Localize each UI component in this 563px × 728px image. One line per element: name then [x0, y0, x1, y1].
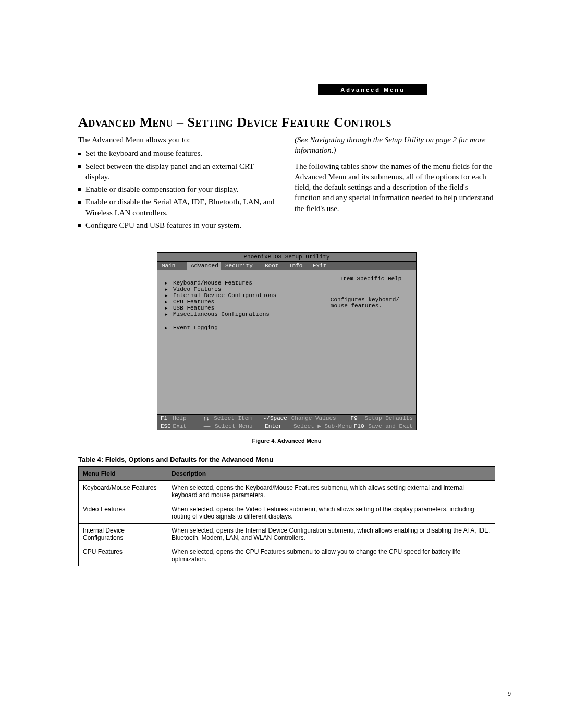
explanatory-paragraph: The following tables show the names of t… — [295, 161, 495, 214]
menu-item-usb-features[interactable]: USB Features — [165, 305, 317, 311]
left-column: The Advanced Menu allows you to: Set the… — [78, 134, 279, 232]
bios-footer: F1 Help ↑↓ Select Item -/Space Change Va… — [157, 414, 416, 430]
page: Advanced Menu Advanced Menu – Setting De… — [0, 0, 563, 728]
bullet-item: Configure CPU and USB features in your s… — [78, 220, 279, 230]
key-enter: Enter — [265, 423, 293, 429]
cell-menu-field: Video Features — [79, 502, 167, 524]
key-updown: ↑↓ — [203, 415, 214, 422]
section-header-band: Advanced Menu — [318, 84, 427, 95]
bullet-item: Select between the display panel and an … — [78, 161, 279, 182]
bios-help-title: Item Specific Help — [331, 276, 411, 282]
tab-advanced[interactable]: Advanced — [187, 262, 221, 270]
menu-item-misc-config[interactable]: Miscellaneous Configurations — [165, 311, 317, 317]
tab-boot[interactable]: Boot — [261, 262, 285, 270]
tab-exit[interactable]: Exit — [309, 262, 333, 270]
table-row: Internal Device Configurations When sele… — [79, 524, 495, 545]
page-number: 9 — [508, 690, 511, 698]
tab-security[interactable]: Security — [221, 262, 261, 270]
feature-bullets: Set the keyboard and mouse features. Sel… — [78, 148, 279, 230]
menu-item-cpu-features[interactable]: CPU Features — [165, 299, 317, 305]
bios-footer-row: F1 Help ↑↓ Select Item -/Space Change Va… — [157, 415, 416, 422]
tab-info[interactable]: Info — [285, 262, 309, 270]
key-leftright: ←→ — [203, 423, 215, 429]
label-help: Help — [173, 415, 203, 422]
advanced-menu-table: Menu Field Description Keyboard/Mouse Fe… — [78, 466, 495, 566]
cell-description: When selected, opens the Video Features … — [167, 502, 495, 524]
label-setup-defaults: Setup Defaults — [365, 415, 413, 422]
cell-menu-field: CPU Features — [79, 545, 167, 566]
menu-item-internal-device[interactable]: Internal Device Configurations — [165, 292, 317, 299]
key-esc: ESC — [161, 423, 173, 429]
label-select-submenu: Select ▶ Sub-Menu — [293, 423, 354, 429]
bios-menu: Keyboard/Mouse Features Video Features I… — [157, 270, 323, 414]
menu-item-video-features[interactable]: Video Features — [165, 286, 317, 292]
two-column-body: The Advanced Menu allows you to: Set the… — [78, 134, 495, 232]
bullet-item: Enable or disable compensation for your … — [78, 184, 279, 194]
bios-tab-bar: Main Advanced Security Boot Info Exit — [157, 262, 416, 270]
label-save-exit: Save and Exit — [368, 423, 413, 429]
menu-gap — [165, 317, 317, 325]
nav-note: (See Navigating through the Setup Utilit… — [295, 134, 495, 156]
bios-help-pane: Item Specific Help Configures keyboard/ … — [323, 270, 416, 414]
col-header-description: Description — [167, 467, 495, 481]
key-f9: F9 — [351, 415, 365, 422]
bios-body: Keyboard/Mouse Features Video Features I… — [157, 270, 416, 414]
cell-description: When selected, opens the CPU Features su… — [167, 545, 495, 566]
right-column: (See Navigating through the Setup Utilit… — [295, 134, 495, 232]
label-change-values: Change Values — [291, 415, 351, 422]
cell-menu-field: Keyboard/Mouse Features — [79, 481, 167, 502]
table-caption: Table 4: Fields, Options and Defaults fo… — [78, 455, 495, 463]
label-exit: Exit — [173, 423, 204, 429]
menu-item-keyboard-mouse[interactable]: Keyboard/Mouse Features — [165, 280, 317, 286]
col-header-menu-field: Menu Field — [79, 467, 167, 481]
bullet-item: Enable or disable the Serial ATA, IDE, B… — [78, 196, 279, 218]
cell-menu-field: Internal Device Configurations — [79, 524, 167, 545]
menu-item-event-logging[interactable]: Event Logging — [165, 325, 317, 331]
key-space: -/Space — [263, 415, 291, 422]
page-title: Advanced Menu – Setting Device Feature C… — [78, 115, 495, 130]
label-select-item: Select Item — [214, 415, 263, 422]
bios-title: PhoenixBIOS Setup Utility — [157, 253, 416, 262]
bios-footer-row: ESC Exit ←→ Select Menu Enter Select ▶ S… — [157, 422, 416, 430]
cell-description: When selected, opens the Internal Device… — [167, 524, 495, 545]
bullet-item: Set the keyboard and mouse features. — [78, 148, 279, 158]
intro-text: The Advanced Menu allows you to: — [78, 134, 279, 145]
cell-description: When selected, opens the Keyboard/Mouse … — [167, 481, 495, 502]
table-row: CPU Features When selected, opens the CP… — [79, 545, 495, 566]
key-f10: F10 — [354, 423, 368, 429]
bios-help-text: Configures keyboard/ mouse features. — [331, 297, 411, 309]
figure-caption: Figure 4. Advanced Menu — [78, 438, 495, 444]
label-select-menu: Select Menu — [215, 423, 265, 429]
tab-main[interactable]: Main — [157, 262, 187, 270]
table-row: Keyboard/Mouse Features When selected, o… — [79, 481, 495, 502]
table-row: Video Features When selected, opens the … — [79, 502, 495, 524]
bios-screenshot: PhoenixBIOS Setup Utility Main Advanced … — [157, 252, 417, 430]
key-f1: F1 — [161, 415, 173, 422]
